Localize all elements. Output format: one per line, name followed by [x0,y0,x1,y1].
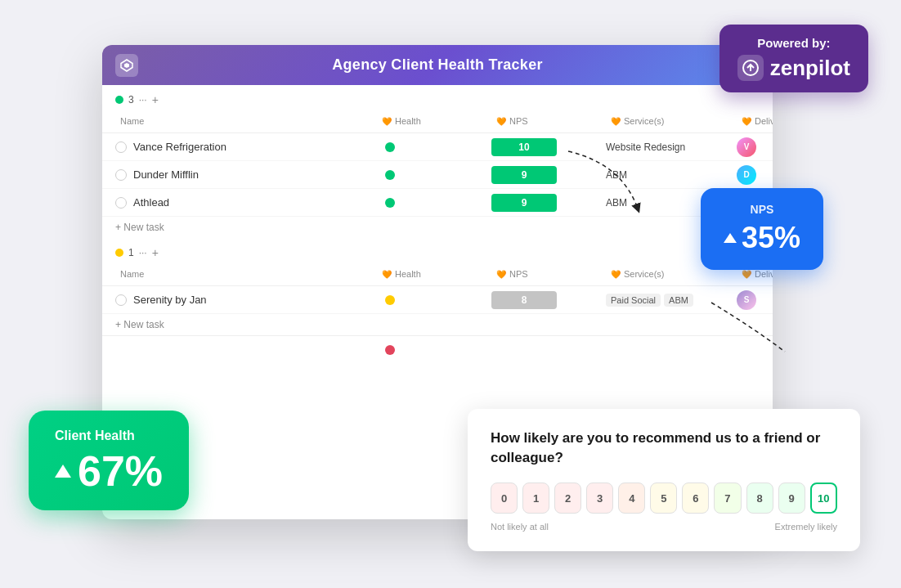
group2-add[interactable]: + [152,246,159,259]
col-name-1: Name [115,113,377,129]
row-delivery-dunder: D [737,165,773,185]
row-radio-vance[interactable] [115,141,127,153]
nps-bar-vance: 10 [491,138,557,156]
table-row[interactable]: Serenity by Jan 8 Paid Social ABM S [102,286,773,314]
nps-labels: Not likely at all Extremely likely [491,522,837,532]
row-delivery-vance: V [737,137,773,157]
nps-btn-2[interactable]: 2 [554,483,581,514]
zenpilot-badge: Powered by: zenpilot [719,25,868,92]
nps-scale[interactable]: 0 1 2 3 4 5 6 7 8 9 10 [491,483,837,514]
row-nps-serenity: 8 [491,291,606,309]
nps-btn-9[interactable]: 9 [778,483,805,514]
row-name-serenity: Serenity by Jan [115,294,377,306]
app-header: Agency Client Health Tracker [102,45,773,85]
very-likely-label: Extremely likely [775,522,837,532]
row-radio-dunder[interactable] [115,169,127,181]
group2-count: 1 [128,247,134,258]
row-health-serenity [377,295,491,305]
col-delivery-1: 🧡 Delivery Lead [737,113,773,129]
app-logo [115,54,138,77]
nps-bar-dunder: 9 [491,166,557,184]
row-service-vance: Website Redesign [606,141,737,153]
avatar-dunder: D [737,165,756,185]
app-title: Agency Client Health Tracker [332,56,543,74]
nps-btn-4[interactable]: 4 [618,483,645,514]
nps-bar-athlead: 9 [491,194,557,212]
nps-btn-10[interactable]: 10 [810,483,837,514]
col-health-2: 🧡 Health [377,266,491,282]
health-dot-green [385,142,395,152]
col-name-2: Name [115,266,377,282]
avatar-serenity: S [737,290,756,310]
group1-header: 3 ··· + [102,85,773,110]
not-likely-label: Not likely at all [491,522,549,532]
row-nps-vance: 10 [491,138,606,156]
new-task-2[interactable]: + New task [102,314,773,335]
group2-table-header: Name 🧡 Health 🧡 NPS 🧡 Service(s) 🧡 Deliv… [102,263,773,286]
nps-btn-0[interactable]: 0 [491,483,518,514]
row-service-dunder: ABM [606,169,737,181]
nps-bubble-label: NPS [724,203,800,216]
row-name-dunder: Dunder Mifflin [115,168,377,181]
table-row[interactable]: Dunder Mifflin 9 ABM D [102,161,773,189]
delivery-icon-1: 🧡 [742,117,751,126]
group1-count: 3 [128,94,134,105]
row-health-dunder [377,170,491,180]
table-row[interactable]: Vance Refrigeration 10 Website Redesign … [102,133,773,161]
survey-card: How likely are you to recommend us to a … [468,409,860,551]
group2-header: 1 ··· + [102,238,773,263]
nps-btn-3[interactable]: 3 [586,483,613,514]
nps-bubble: NPS 35% [701,188,823,270]
health-arrow-up-icon [55,465,71,478]
health-dot-red [385,345,395,355]
row-health-vance [377,142,491,152]
nps-btn-7[interactable]: 7 [714,483,741,514]
health-dot-green [385,170,395,180]
powered-by-label: Powered by: [737,36,850,50]
row-name-vance: Vance Refrigeration [115,141,377,153]
nps-btn-6[interactable]: 6 [682,483,709,514]
app-body: 3 ··· + Name 🧡 Health 🧡 NPS 🧡 [102,85,773,363]
row-name-athlead: Athlead [115,196,377,209]
extra-health-cell [377,345,491,355]
group2-more[interactable]: ··· [139,247,147,258]
group1-add[interactable]: + [152,93,159,106]
services-icon-2: 🧡 [611,270,621,279]
group1-status-dot [115,96,123,104]
nps-bubble-value: 35% [724,221,800,255]
col-health-1: 🧡 Health [377,113,491,129]
row-radio-athlead[interactable] [115,197,127,209]
zenpilot-name: zenpilot [737,55,850,81]
row-health-athlead [377,198,491,208]
heart-icon-2: 🧡 [382,270,392,279]
zenpilot-logo-icon [737,55,764,81]
health-bubble-value: 67% [55,450,163,492]
group2-status-dot [115,249,123,257]
heart-icon-1: 🧡 [382,117,392,126]
health-dot-yellow [385,295,395,305]
nps-btn-1[interactable]: 1 [522,483,549,514]
nps-btn-5[interactable]: 5 [650,483,677,514]
col-services-1: 🧡 Service(s) [606,113,737,129]
table-row[interactable]: Athlead 9 ABM A [102,189,773,217]
new-task-1[interactable]: + New task [102,217,773,238]
col-nps-2: 🧡 NPS [491,266,606,282]
client-health-bubble: Client Health 67% [29,411,189,510]
nps-icon-2: 🧡 [496,270,506,279]
group1-more[interactable]: ··· [139,94,147,105]
nps-bar-serenity: 8 [491,291,557,309]
row-radio-serenity[interactable] [115,294,127,306]
nps-btn-8[interactable]: 8 [746,483,773,514]
health-dot-green [385,198,395,208]
services-icon-1: 🧡 [611,117,621,126]
row-nps-dunder: 9 [491,166,606,184]
delivery-icon-2: 🧡 [742,270,751,279]
row-service-serenity: Paid Social ABM [606,294,737,307]
col-nps-1: 🧡 NPS [491,113,606,129]
group1-table-header: Name 🧡 Health 🧡 NPS 🧡 Service(s) 🧡 Deliv… [102,110,773,133]
health-bubble-label: Client Health [55,429,163,443]
survey-question: How likely are you to recommend us to a … [491,429,837,468]
nps-arrow-up-icon [724,233,737,243]
row-delivery-serenity: S [737,290,773,310]
avatar-vance: V [737,137,756,157]
